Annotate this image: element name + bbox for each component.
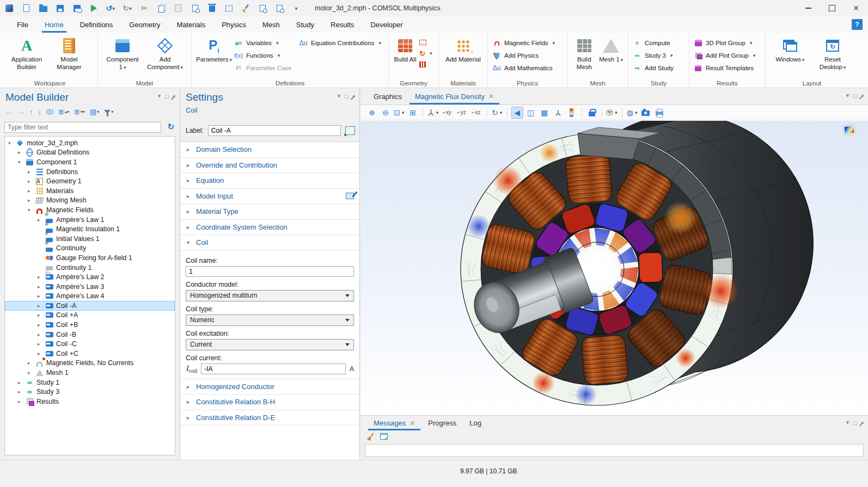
tree-node-moving-mesh[interactable]: ▸Moving Mesh [5,196,175,206]
chevron-right-icon[interactable]: ▸ [18,380,25,385]
close-tab-icon[interactable]: ✕ [409,420,415,427]
tree-node-global-definitions[interactable]: ▸Global Definitions [5,148,175,158]
chevron-down-icon[interactable]: ▾ [8,140,15,146]
color-palette-icon[interactable]: ▾ [606,107,618,119]
tab-progress[interactable]: Progress [421,416,463,430]
tree-node-results[interactable]: ▸Results [5,397,175,406]
tab-magnetic-flux-density[interactable]: Magnetic Flux Density ✕ [408,88,500,104]
chevron-right-icon[interactable]: ▸ [38,303,45,309]
snapshot-icon[interactable] [640,107,652,119]
zoom-extents-icon[interactable]: ⊞ [407,107,419,119]
scene-light-icon[interactable]: ◀ [511,107,523,119]
duplicate-icon[interactable] [190,3,200,13]
tree-node-initial-values-1[interactable]: Initial Values 1 [5,234,175,244]
tree-node-magnetic-insulation-1[interactable]: Magnetic Insulation 1 [5,224,175,234]
chevron-right-icon[interactable]: ▸ [28,188,35,194]
add-plot-group-button[interactable]: Add Plot Group▾ [694,50,755,61]
equation-contributions-button[interactable]: Δu Equation Contributions▾ [299,38,384,48]
section-model-input[interactable]: ▸Model Input [180,189,359,205]
panel-pin-icon[interactable] [861,421,864,424]
minimize-button[interactable] [796,0,820,16]
panel-menu-icon[interactable]: ▾ [158,93,161,100]
show-icon[interactable] [46,109,53,114]
show-axis-icon[interactable] [552,107,564,119]
add-material-button[interactable]: Add Material [443,36,483,64]
tab-developer[interactable]: Developer [362,16,411,33]
panel-float-icon[interactable]: □ [853,420,857,426]
delete-icon[interactable] [207,3,217,13]
lock-view-icon[interactable] [586,107,598,119]
tab-geometry[interactable]: Geometry [121,16,168,33]
close-button[interactable]: ✕ [844,0,868,16]
coil-name-input[interactable] [186,266,354,277]
view-yz-icon[interactable]: ⌐yz [455,108,468,116]
import-geometry-button[interactable]: ← [419,38,432,47]
section-coil[interactable]: ▾Coil [180,235,359,251]
chevron-right-icon[interactable]: ▸ [38,293,45,299]
tab-file[interactable]: File [9,16,36,33]
compute-button[interactable]: = Compute [633,38,674,48]
model-manager-button[interactable]: Model Manager [49,36,89,71]
copy-icon[interactable] [156,3,166,13]
tree-filter-input[interactable] [4,122,161,133]
chevron-right-icon[interactable]: ▸ [38,332,45,337]
refresh-icon[interactable]: ↻ [167,122,174,132]
panel-float-icon[interactable]: □ [345,93,349,100]
tree-node-amperes-law-1[interactable]: ▸Ampère's Law 1 [5,215,175,225]
tab-physics[interactable]: Physics [213,16,254,33]
tree-node-coil-minus-a[interactable]: ▸Coil -A [5,301,175,311]
forward-icon[interactable]: → [17,108,25,116]
transparency-icon[interactable]: ◫ [525,107,537,119]
magnetic-fields-button[interactable]: Magnetic Fields▾ [492,38,555,48]
tab-definitions[interactable]: Definitions [72,16,121,33]
coil-type-select[interactable]: Numeric [186,315,354,326]
functions-button[interactable]: f(x) Functions▾ [234,50,297,61]
run-icon[interactable] [89,3,99,13]
clear-messages-icon[interactable] [367,433,375,440]
chevron-right-icon[interactable]: ▸ [38,274,45,280]
parameters-button[interactable]: Pi Parameters▾ [196,36,232,64]
tab-materials[interactable]: Materials [168,16,213,33]
tree-node-gauge-fixing[interactable]: Gauge Fixing for A-field 1 [5,253,175,263]
tab-log[interactable]: Log [463,416,488,430]
save-as-icon[interactable] [72,3,82,13]
chevron-right-icon[interactable]: ▸ [18,150,25,155]
close-tab-icon[interactable]: ✕ [488,93,494,100]
chevron-right-icon[interactable]: ▸ [38,341,45,347]
zoom-in-icon[interactable]: ⊕ [366,107,378,119]
tab-graphics-window[interactable]: Graphics [367,88,408,104]
remove-details-button[interactable] [419,60,432,69]
tree-node-study-1[interactable]: ▸Study 1 [5,378,175,387]
build-all-button[interactable]: Build All [393,36,417,64]
view-xy-icon[interactable]: ⌐xy [441,108,454,116]
find-icon[interactable] [274,3,284,13]
help-button[interactable]: ? [852,19,863,30]
add-mathematics-button[interactable]: Δu Add Mathematics [492,63,555,73]
mesh-1-button[interactable]: Mesh 1▾ [599,36,624,64]
view-xz-icon[interactable]: ⌐xz [470,108,483,116]
chevron-right-icon[interactable]: ▸ [38,351,45,356]
chevron-right-icon[interactable]: ▸ [28,360,35,366]
rebuild-button[interactable]: ↻▾ [419,49,432,58]
toolbar-overflow-icon[interactable]: ▾ [291,3,301,13]
windows-button[interactable]: Windows▾ [770,36,810,64]
section-constitutive-bh[interactable]: ▸Constitutive Relation B-H [180,394,359,410]
move-down-icon[interactable]: ↓ [38,108,42,116]
tree-node-coil-minus-b[interactable]: ▸Coil -B [5,330,175,340]
chevron-right-icon[interactable]: ▸ [28,370,35,375]
messages-output[interactable] [365,444,864,457]
redo-icon[interactable]: ↻▾ [123,3,132,13]
open-file-icon[interactable] [38,3,48,13]
tree-node-magnetic-fields-no-currents[interactable]: ▸Magnetic Fields, No Currents [5,359,175,368]
section-override-contribution[interactable]: ▸Override and Contribution [180,158,359,174]
undo-icon[interactable]: ↺▾ [106,3,115,13]
tree-node-root[interactable]: ▾motor_3d_2.mph [5,138,175,148]
tree-node-component-1[interactable]: ▾Component 1 [5,157,175,167]
add-component-button[interactable]: Add Component▾ [145,36,185,71]
tree-node-coil-minus-c[interactable]: ▸Coil -C [5,339,175,349]
tab-results[interactable]: Results [322,16,362,33]
chevron-right-icon[interactable]: ▸ [38,312,45,318]
zoom-box-icon[interactable]: ⊡▾ [393,107,405,119]
grid-icon[interactable]: ▦ [539,107,551,119]
add-physics-button[interactable]: Add Physics [492,50,555,61]
